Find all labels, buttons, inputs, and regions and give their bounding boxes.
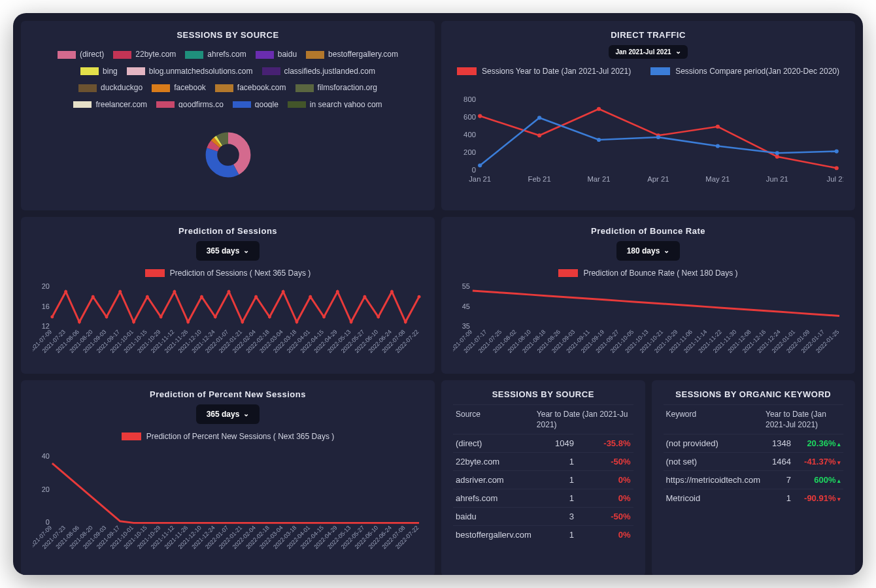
- svg-point-28: [597, 138, 601, 142]
- legend-label: duckduckgo: [101, 81, 143, 95]
- legend-item[interactable]: bing: [80, 65, 118, 79]
- legend-item[interactable]: in search yahoo com: [288, 98, 382, 108]
- legend-item[interactable]: blog.unmatchedsolutions.com: [127, 65, 253, 79]
- legend-item[interactable]: bestoffergallery.com: [306, 48, 398, 62]
- svg-point-29: [656, 135, 660, 139]
- card-title: SESSIONS BY SOURCE: [453, 389, 633, 399]
- prediction-bounce-card: Prediction of Bounce Rate 180 days Predi…: [441, 217, 855, 374]
- swatch-icon: [113, 51, 131, 59]
- legend-item[interactable]: filmsforaction.org: [295, 81, 377, 95]
- value-cell: 1348: [763, 434, 794, 453]
- value-cell: 1464: [763, 453, 794, 471]
- donut-legend: (direct)22byte.comahrefs.combaidubestoff…: [33, 45, 423, 108]
- svg-point-58: [350, 320, 353, 323]
- svg-point-32: [835, 150, 839, 154]
- legend-item[interactable]: facebook: [152, 81, 206, 95]
- svg-point-52: [268, 316, 271, 319]
- svg-point-6: [218, 144, 239, 165]
- tables-container: SESSIONS BY SOURCE Source Year to Date (…: [441, 380, 855, 575]
- legend-item: Prediction of Bounce Rate ( Next 180 Day…: [558, 269, 737, 278]
- legend-item[interactable]: (direct): [58, 48, 104, 62]
- swatch-icon: [122, 433, 141, 440]
- range-dropdown[interactable]: 365 days: [196, 404, 260, 424]
- svg-point-49: [227, 290, 231, 293]
- svg-point-41: [118, 290, 122, 293]
- legend-label: goodfirms.co: [178, 98, 224, 108]
- table-row[interactable]: baidu3-50%: [453, 508, 633, 526]
- value-cell: 1: [534, 471, 577, 489]
- legend-label: facebook.com: [237, 81, 286, 95]
- svg-text:May 21: May 21: [705, 175, 730, 183]
- pct-cell: -35.8%: [577, 434, 633, 453]
- table-row[interactable]: (not provided)134820.36%: [664, 434, 844, 453]
- keyword-cell: Metricoid: [664, 489, 764, 508]
- table-sessions-keyword-card: SESSIONS BY ORGANIC KEYWORD Keyword Year…: [652, 380, 856, 575]
- pct-cell: 600%: [794, 471, 843, 489]
- legend-item[interactable]: 22byte.com: [113, 48, 176, 62]
- swatch-icon: [127, 67, 145, 75]
- table-row[interactable]: https://metricoidtech.com7600%: [664, 471, 844, 489]
- svg-text:800: 800: [463, 95, 476, 103]
- swatch-icon: [185, 51, 203, 59]
- legend-item[interactable]: google: [233, 98, 278, 108]
- svg-text:16: 16: [42, 302, 50, 310]
- table-row[interactable]: adsriver.com10%: [453, 471, 633, 489]
- svg-point-57: [336, 290, 339, 293]
- value-cell: 7: [763, 471, 794, 489]
- legend-item[interactable]: classifieds.justlanded.com: [262, 65, 375, 79]
- svg-text:20: 20: [42, 282, 50, 290]
- swatch-icon: [295, 84, 314, 92]
- swatch-icon: [306, 51, 324, 59]
- legend-item: Prediction of Percent New Sessions ( Nex…: [122, 432, 334, 441]
- pct-cell: -41.37%: [794, 453, 843, 471]
- legend-item[interactable]: duckduckgo: [78, 81, 143, 95]
- table-row[interactable]: 22byte.com1-50%: [453, 453, 633, 471]
- legend-label: bestoffergallery.com: [328, 48, 398, 62]
- svg-text:600: 600: [463, 113, 476, 121]
- svg-point-27: [537, 116, 541, 120]
- svg-point-37: [64, 290, 67, 293]
- col-keyword: Keyword: [664, 405, 764, 434]
- source-cell: (direct): [453, 434, 534, 453]
- table-row[interactable]: (direct)1049-35.8%: [453, 434, 633, 453]
- svg-point-47: [200, 295, 203, 299]
- table-wrap: Source Year to Date (Jan 2021-Ju 2021) (…: [453, 404, 633, 567]
- range-dropdown[interactable]: 180 days: [616, 241, 681, 261]
- swatch-icon: [80, 67, 99, 75]
- legend-label: baidu: [278, 48, 297, 62]
- keyword-cell: (not provided): [664, 434, 764, 453]
- table-row[interactable]: (not set)1464-41.37%: [664, 453, 844, 471]
- svg-point-55: [309, 295, 312, 299]
- range-dropdown[interactable]: 365 days: [196, 241, 260, 261]
- source-cell: bestoffergallerv.com: [453, 526, 534, 544]
- pct-cell: 20.36%: [794, 434, 843, 453]
- legend-item[interactable]: facebook.com: [215, 81, 286, 95]
- period-dropdown[interactable]: Jan 2021-Jul 2021: [609, 45, 687, 59]
- svg-text:Feb 21: Feb 21: [528, 175, 550, 183]
- legend-item[interactable]: baidu: [256, 48, 297, 62]
- svg-point-61: [390, 290, 394, 293]
- svg-point-42: [132, 320, 135, 323]
- table-sessions-source-card: SESSIONS BY SOURCE Source Year to Date (…: [441, 380, 645, 575]
- swatch-icon: [457, 67, 477, 75]
- svg-text:55: 55: [462, 282, 470, 290]
- line-legend: Sessions Year to Date (Jan 2021-Jul 2021…: [453, 67, 843, 76]
- table-row[interactable]: bestoffergallerv.com10%: [453, 526, 633, 544]
- table-wrap: Keyword Year to Date (Jan 2021-Jul 2021)…: [664, 404, 844, 567]
- swatch-icon: [256, 51, 274, 59]
- legend-label: google: [255, 98, 278, 108]
- card-title: SESSIONS BY ORGANIC KEYWORD: [664, 389, 844, 399]
- card-title: Prediction of Percent New Sessions: [33, 389, 423, 399]
- legend-item[interactable]: goodfirms.co: [156, 98, 224, 108]
- legend-item[interactable]: ahrefs.com: [185, 48, 246, 62]
- keyword-cell: https://metricoidtech.com: [664, 471, 764, 489]
- source-cell: baidu: [453, 508, 534, 526]
- legend-item[interactable]: freelancer.com: [73, 98, 147, 108]
- table-row[interactable]: ahrefs.com10%: [453, 489, 633, 508]
- legend-label: ahrefs.com: [207, 48, 246, 62]
- legend-label: filmsforaction.org: [318, 81, 377, 95]
- table-row[interactable]: Metricoid1-90.91%: [664, 489, 844, 508]
- svg-text:200: 200: [463, 148, 476, 156]
- legend: Prediction of Sessions ( Next 365 Days ): [33, 269, 423, 278]
- donut-chart: [33, 108, 423, 201]
